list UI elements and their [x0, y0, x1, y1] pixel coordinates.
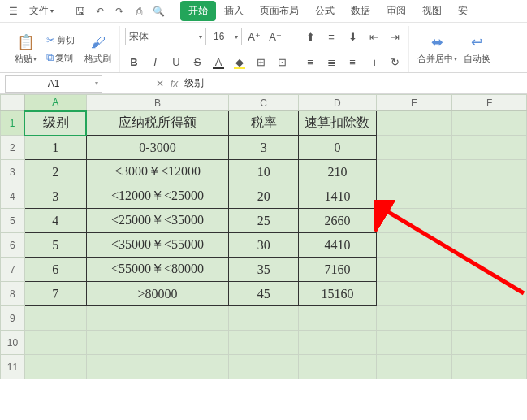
- column-header-E[interactable]: E: [376, 95, 452, 111]
- cell-A4[interactable]: 3: [24, 184, 86, 209]
- cell-A2[interactable]: 1: [24, 136, 86, 160]
- cell-B9[interactable]: [86, 306, 229, 331]
- cell-F1[interactable]: [452, 111, 527, 136]
- underline-button[interactable]: U: [167, 53, 185, 71]
- cell-F8[interactable]: [452, 282, 527, 306]
- cell-A8[interactable]: 7: [24, 282, 86, 306]
- cell-D4[interactable]: 1410: [299, 184, 377, 209]
- tab-start[interactable]: 开始: [180, 1, 216, 21]
- cell-B5[interactable]: <25000￥<35000: [86, 209, 229, 233]
- row-header-4[interactable]: 4: [1, 184, 25, 209]
- cell-B1[interactable]: 应纳税所得额: [86, 111, 229, 136]
- cell-C11[interactable]: [229, 355, 299, 379]
- cell-B7[interactable]: <55000￥<80000: [86, 258, 229, 282]
- cell-C2[interactable]: 3: [229, 136, 299, 160]
- row-header-1[interactable]: 1: [1, 111, 25, 136]
- cell-E2[interactable]: [376, 136, 452, 160]
- formula-input[interactable]: 级别: [178, 75, 527, 93]
- cell-D6[interactable]: 4410: [299, 233, 377, 258]
- cell-F10[interactable]: [452, 331, 527, 355]
- cell-B2[interactable]: 0-3000: [86, 136, 229, 160]
- cell-D3[interactable]: 210: [299, 160, 377, 184]
- fill-color-button[interactable]: ◆: [231, 53, 248, 71]
- format-painter-button[interactable]: 🖌 格式刷: [81, 34, 114, 65]
- cell-A10[interactable]: [24, 331, 86, 355]
- column-header-C[interactable]: C: [229, 95, 299, 111]
- cell-C1[interactable]: 税率: [229, 111, 299, 136]
- file-menu[interactable]: 文件 ▾: [24, 2, 58, 19]
- column-header-D[interactable]: D: [299, 95, 377, 111]
- cell-D5[interactable]: 2660: [299, 209, 377, 233]
- menu-icon[interactable]: ☰: [5, 3, 21, 19]
- cell-F11[interactable]: [452, 355, 527, 379]
- cell-E1[interactable]: [376, 111, 452, 136]
- align-center-button[interactable]: ≣: [322, 53, 340, 71]
- cell-F7[interactable]: [452, 258, 527, 282]
- cell-C6[interactable]: 30: [229, 233, 299, 258]
- copy-button[interactable]: ⧉复制: [43, 50, 78, 66]
- redo-icon[interactable]: ↷: [111, 3, 127, 19]
- cell-F4[interactable]: [452, 184, 527, 209]
- paste-button[interactable]: 📋 粘贴▾: [11, 33, 40, 65]
- strikethrough-button[interactable]: S: [188, 53, 206, 71]
- border-button[interactable]: ⊞: [252, 53, 270, 71]
- cell-F2[interactable]: [452, 136, 527, 160]
- cell-C3[interactable]: 10: [229, 160, 299, 184]
- tab-insert[interactable]: 插入: [216, 1, 252, 21]
- orientation-button[interactable]: ↻: [386, 53, 404, 71]
- tab-data[interactable]: 数据: [343, 1, 378, 21]
- print-icon[interactable]: ⎙: [131, 3, 147, 19]
- font-color-button[interactable]: A: [210, 53, 227, 71]
- wrap-text-button[interactable]: ↩ 自动换: [460, 33, 494, 65]
- cell-A5[interactable]: 4: [24, 209, 86, 233]
- row-header-11[interactable]: 11: [1, 355, 25, 379]
- cell-B11[interactable]: [86, 355, 229, 379]
- fx-icon[interactable]: fx: [171, 78, 178, 89]
- tab-formula[interactable]: 公式: [307, 1, 343, 21]
- cell-B10[interactable]: [86, 331, 229, 355]
- border-style-button[interactable]: ⊡: [273, 53, 291, 71]
- cell-A3[interactable]: 2: [24, 160, 86, 184]
- cell-E10[interactable]: [376, 331, 452, 355]
- align-top-button[interactable]: ⬆: [301, 28, 319, 45]
- indent-left-button[interactable]: ⇤: [365, 28, 382, 45]
- row-header-6[interactable]: 6: [1, 233, 25, 258]
- increase-font-button[interactable]: A⁺: [245, 28, 263, 45]
- italic-button[interactable]: I: [146, 53, 164, 71]
- cell-B8[interactable]: >80000: [86, 282, 229, 306]
- cell-E4[interactable]: [376, 184, 452, 209]
- column-header-A[interactable]: A: [24, 95, 86, 111]
- cell-A7[interactable]: 6: [24, 258, 86, 282]
- align-middle-button[interactable]: ≡: [322, 28, 340, 45]
- cell-D11[interactable]: [299, 355, 377, 379]
- cell-C5[interactable]: 25: [229, 209, 299, 233]
- bold-button[interactable]: B: [125, 53, 143, 71]
- cell-E7[interactable]: [376, 258, 452, 282]
- cut-button[interactable]: ✂剪切: [43, 32, 78, 48]
- cell-C10[interactable]: [229, 331, 299, 355]
- cell-E5[interactable]: [376, 209, 452, 233]
- column-header-B[interactable]: B: [86, 95, 229, 111]
- cell-A11[interactable]: [24, 355, 86, 379]
- decrease-font-button[interactable]: A⁻: [266, 28, 284, 45]
- align-left-button[interactable]: ≡: [301, 53, 319, 71]
- align-bottom-button[interactable]: ⬇: [343, 28, 361, 45]
- row-header-9[interactable]: 9: [1, 306, 25, 331]
- cell-D2[interactable]: 0: [299, 136, 377, 160]
- cell-E6[interactable]: [376, 233, 452, 258]
- merge-center-button[interactable]: ⬌ 合并居中▾: [414, 33, 460, 65]
- align-right-button[interactable]: ≡: [343, 53, 361, 71]
- cell-A6[interactable]: 5: [24, 233, 86, 258]
- select-all-corner[interactable]: [1, 95, 25, 111]
- tab-view[interactable]: 视图: [414, 1, 450, 21]
- cell-C7[interactable]: 35: [229, 258, 299, 282]
- cell-D8[interactable]: 15160: [299, 282, 377, 306]
- cell-D7[interactable]: 7160: [299, 258, 377, 282]
- distribute-button[interactable]: ⫞: [365, 53, 382, 71]
- cell-B6[interactable]: <35000￥<55000: [86, 233, 229, 258]
- cell-B3[interactable]: <3000￥<12000: [86, 160, 229, 184]
- cell-B4[interactable]: <12000￥<25000: [86, 184, 229, 209]
- cell-A9[interactable]: [24, 306, 86, 331]
- save-icon[interactable]: 🖫: [72, 3, 89, 19]
- undo-icon[interactable]: ↶: [92, 3, 108, 19]
